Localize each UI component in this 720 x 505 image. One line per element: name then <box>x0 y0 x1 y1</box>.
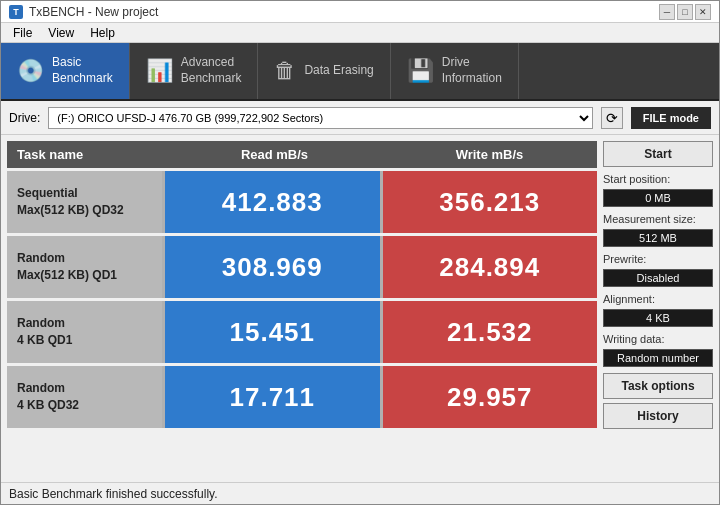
benchmark-table: Task name Read mB/s Write mB/s Sequentia… <box>7 141 597 476</box>
start-position-label: Start position: <box>603 173 713 185</box>
start-position-value: 0 MB <box>603 189 713 207</box>
menu-file[interactable]: File <box>5 25 40 41</box>
right-panel: Start Start position: 0 MB Measurement s… <box>603 141 713 476</box>
table-row: Random Max(512 KB) QD1 308.969 284.894 <box>7 236 597 298</box>
menu-view[interactable]: View <box>40 25 82 41</box>
measurement-size-value: 512 MB <box>603 229 713 247</box>
data-erasing-label: Data Erasing <box>304 63 373 79</box>
table-row: Random 4 KB QD32 17.711 29.957 <box>7 366 597 428</box>
window-controls: ─ □ ✕ <box>659 4 711 20</box>
advanced-benchmark-label: Advanced Benchmark <box>181 55 242 86</box>
toolbar-advanced-benchmark[interactable]: 📊 Advanced Benchmark <box>130 43 259 99</box>
main-window: T TxBENCH - New project ─ □ ✕ File View … <box>0 0 720 505</box>
row-write-1: 284.894 <box>383 236 598 298</box>
main-area: Task name Read mB/s Write mB/s Sequentia… <box>1 135 719 482</box>
basic-benchmark-label: Basic Benchmark <box>52 55 113 86</box>
toolbar-drive-information[interactable]: 💾 Drive Information <box>391 43 519 99</box>
row-write-3: 29.957 <box>383 366 598 428</box>
basic-benchmark-icon: 💿 <box>17 58 44 84</box>
history-button[interactable]: History <box>603 403 713 429</box>
writing-data-value: Random number <box>603 349 713 367</box>
toolbar-basic-benchmark[interactable]: 💿 Basic Benchmark <box>1 43 130 99</box>
drive-select[interactable]: (F:) ORICO UFSD-J 476.70 GB (999,722,902… <box>48 107 592 129</box>
toolbar-data-erasing[interactable]: 🗑 Data Erasing <box>258 43 390 99</box>
row-read-0: 412.883 <box>165 171 380 233</box>
app-icon: T <box>9 5 23 19</box>
row-label-2: Random 4 KB QD1 <box>7 301 162 363</box>
row-write-0: 356.213 <box>383 171 598 233</box>
prewrite-label: Prewrite: <box>603 253 713 265</box>
table-row: Random 4 KB QD1 15.451 21.532 <box>7 301 597 363</box>
measurement-size-label: Measurement size: <box>603 213 713 225</box>
data-erasing-icon: 🗑 <box>274 58 296 84</box>
menu-bar: File View Help <box>1 23 719 43</box>
start-button[interactable]: Start <box>603 141 713 167</box>
alignment-value: 4 KB <box>603 309 713 327</box>
col-header-task: Task name <box>7 141 167 168</box>
row-label-3: Random 4 KB QD32 <box>7 366 162 428</box>
drive-label: Drive: <box>9 111 40 125</box>
drive-information-icon: 💾 <box>407 58 434 84</box>
status-bar: Basic Benchmark finished successfully. <box>1 482 719 504</box>
title-bar: T TxBENCH - New project ─ □ ✕ <box>1 1 719 23</box>
row-read-3: 17.711 <box>165 366 380 428</box>
table-row: Sequential Max(512 KB) QD32 412.883 356.… <box>7 171 597 233</box>
task-options-button[interactable]: Task options <box>603 373 713 399</box>
row-label-0: Sequential Max(512 KB) QD32 <box>7 171 162 233</box>
table-header: Task name Read mB/s Write mB/s <box>7 141 597 168</box>
status-text: Basic Benchmark finished successfully. <box>9 487 218 501</box>
close-button[interactable]: ✕ <box>695 4 711 20</box>
alignment-label: Alignment: <box>603 293 713 305</box>
row-label-1: Random Max(512 KB) QD1 <box>7 236 162 298</box>
writing-data-label: Writing data: <box>603 333 713 345</box>
window-title: TxBENCH - New project <box>29 5 158 19</box>
toolbar: 💿 Basic Benchmark 📊 Advanced Benchmark 🗑… <box>1 43 719 101</box>
row-read-2: 15.451 <box>165 301 380 363</box>
drive-bar: Drive: (F:) ORICO UFSD-J 476.70 GB (999,… <box>1 101 719 135</box>
row-read-1: 308.969 <box>165 236 380 298</box>
file-mode-button[interactable]: FILE mode <box>631 107 711 129</box>
advanced-benchmark-icon: 📊 <box>146 58 173 84</box>
maximize-button[interactable]: □ <box>677 4 693 20</box>
title-bar-left: T TxBENCH - New project <box>9 5 158 19</box>
col-header-write: Write mB/s <box>382 141 597 168</box>
prewrite-value: Disabled <box>603 269 713 287</box>
minimize-button[interactable]: ─ <box>659 4 675 20</box>
row-write-2: 21.532 <box>383 301 598 363</box>
drive-refresh-button[interactable]: ⟳ <box>601 107 623 129</box>
menu-help[interactable]: Help <box>82 25 123 41</box>
col-header-read: Read mB/s <box>167 141 382 168</box>
drive-information-label: Drive Information <box>442 55 502 86</box>
